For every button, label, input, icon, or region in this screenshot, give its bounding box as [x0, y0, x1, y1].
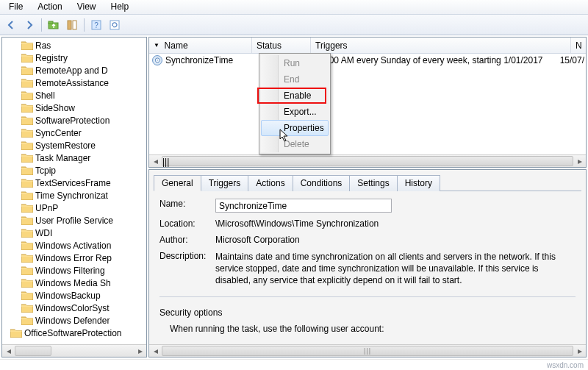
tree-item[interactable]: Windows Defender: [2, 314, 146, 327]
tree-item[interactable]: Windows Filtering: [2, 264, 146, 277]
detail-horizontal-scrollbar[interactable]: ◂ ||| ▸: [149, 344, 586, 357]
folder-icon: [21, 128, 33, 138]
tree-item-label: WDI: [35, 228, 52, 238]
folder-icon: [21, 103, 33, 113]
scrollbar-thumb[interactable]: [15, 346, 51, 356]
tree-item[interactable]: WindowsBackup: [2, 289, 146, 302]
forward-button[interactable]: [21, 17, 37, 33]
tree-item-label: SystemRestore: [35, 140, 96, 151]
tree-item[interactable]: TextServicesFrame: [2, 177, 146, 189]
scroll-left-icon[interactable]: ◂: [149, 155, 162, 167]
folder-icon: [21, 115, 33, 125]
value-author: Microsoft Corporation: [215, 235, 576, 245]
scroll-right-icon[interactable]: ▸: [573, 345, 586, 357]
menu-action[interactable]: Action: [32, 1, 68, 13]
folder-icon: [21, 166, 33, 175]
menu-file[interactable]: File: [3, 1, 29, 13]
tree-item[interactable]: WindowsColorSyst: [2, 302, 146, 314]
svg-text:?: ?: [94, 21, 98, 29]
toolbar-separator: [84, 18, 85, 32]
scroll-grip-icon: |||: [162, 157, 573, 167]
task-trigger: At 1:00 AM every Sunday of every week, s…: [311, 55, 555, 65]
tree-item[interactable]: RemoteApp and D: [2, 64, 146, 77]
tree-item[interactable]: OfficeSoftwareProtection: [2, 327, 146, 339]
tree-item[interactable]: Registry: [2, 51, 146, 64]
column-n[interactable]: N: [571, 38, 586, 53]
menu-help[interactable]: Help: [105, 1, 135, 13]
detail-tabs: General Triggers Actions Conditions Sett…: [149, 170, 586, 191]
tree-item[interactable]: Shell: [2, 89, 146, 102]
tree-item[interactable]: Time Synchronizat: [2, 189, 146, 202]
tree-item[interactable]: SoftwareProtection: [2, 114, 146, 127]
scroll-left-icon[interactable]: ◂: [2, 345, 15, 357]
column-status[interactable]: Status: [252, 38, 311, 53]
tree-item[interactable]: Windows Media Sh: [2, 277, 146, 289]
context-menu-end[interactable]: End: [261, 71, 329, 88]
task-list-horizontal-scrollbar[interactable]: ◂ ||| ▸: [149, 154, 586, 167]
tree-item[interactable]: UPnP: [2, 202, 146, 214]
tree-pane: RasRegistryRemoteApp and DRemoteAssistan…: [1, 37, 147, 357]
context-menu-delete[interactable]: Delete: [261, 136, 329, 152]
menu-view[interactable]: View: [71, 1, 102, 13]
scrollbar-thumb[interactable]: |||: [162, 156, 573, 166]
context-menu-properties[interactable]: Properties: [261, 120, 329, 136]
task-column-header: ▼ Name Status Triggers N: [149, 38, 586, 54]
tree-item[interactable]: WDI: [2, 227, 146, 239]
scroll-left-icon[interactable]: ◂: [149, 345, 162, 357]
footer-watermark: wsxdn.com: [0, 359, 588, 370]
column-triggers[interactable]: Triggers: [311, 38, 571, 53]
folder-icon: [21, 140, 33, 150]
tree-item-label: UPnP: [35, 203, 58, 213]
tree-item[interactable]: Windows Error Rep: [2, 252, 146, 264]
task-detail-panel: General Triggers Actions Conditions Sett…: [148, 169, 587, 357]
label-name: Name:: [159, 199, 215, 209]
tree-item[interactable]: SideShow: [2, 102, 146, 114]
scrollbar-thumb[interactable]: |||: [162, 346, 573, 356]
task-list-panel: ▼ Name Status Triggers N ⊙ SynchronizeTi…: [148, 37, 587, 168]
context-menu-export[interactable]: Export...: [261, 104, 329, 120]
tab-general[interactable]: General: [154, 175, 201, 191]
field-name[interactable]: [215, 199, 392, 213]
tree-item[interactable]: RemoteAssistance: [2, 77, 146, 89]
tree-item[interactable]: Ras: [2, 39, 146, 51]
back-button[interactable]: [3, 17, 19, 33]
tree-item[interactable]: Windows Activation: [2, 239, 146, 252]
tree-item[interactable]: Task Manager: [2, 152, 146, 164]
folder-icon: [21, 253, 33, 263]
tree-item[interactable]: User Profile Service: [2, 214, 146, 227]
svg-rect-3: [73, 21, 76, 29]
tab-history[interactable]: History: [397, 175, 440, 191]
tab-settings[interactable]: Settings: [349, 175, 397, 191]
tree-item[interactable]: SyncCenter: [2, 127, 146, 139]
folder-tree[interactable]: RasRegistryRemoteApp and DRemoteAssistan…: [2, 38, 146, 344]
label-description: Description:: [159, 251, 215, 261]
tree-item-label: TextServicesFrame: [35, 178, 111, 188]
tree-item-label: OfficeSoftwareProtection: [24, 328, 122, 338]
tab-triggers[interactable]: Triggers: [201, 175, 249, 191]
tree-item-label: Ras: [35, 40, 51, 51]
help-button[interactable]: ?: [88, 17, 104, 33]
task-row[interactable]: ⊙ SynchronizeTime At 1:00 AM every Sunda…: [149, 54, 586, 67]
up-folder-button[interactable]: [46, 17, 62, 33]
tree-horizontal-scrollbar[interactable]: ◂ ▸: [2, 344, 146, 357]
tab-actions[interactable]: Actions: [248, 175, 293, 191]
refresh-button[interactable]: [107, 17, 123, 33]
scroll-right-icon[interactable]: ▸: [134, 345, 146, 357]
scroll-grip-icon: |||: [364, 347, 371, 355]
tree-item-label: Shell: [35, 90, 55, 101]
label-author: Author:: [159, 235, 215, 245]
tab-conditions[interactable]: Conditions: [293, 175, 351, 191]
security-options-header: Security options: [159, 307, 576, 318]
tree-item[interactable]: SystemRestore: [2, 139, 146, 152]
context-menu-run[interactable]: Run: [261, 55, 329, 71]
context-menu-enable[interactable]: Enable: [261, 88, 329, 104]
folder-icon: [21, 178, 33, 188]
folder-icon: [21, 266, 33, 275]
tree-item-label: User Profile Service: [35, 216, 113, 226]
show-hide-tree-button[interactable]: [64, 17, 80, 33]
tree-item-label: Tcpip: [35, 166, 56, 176]
column-name[interactable]: ▼ Name: [149, 38, 252, 53]
tree-item[interactable]: Tcpip: [2, 164, 146, 177]
folder-icon: [21, 216, 33, 225]
scroll-right-icon[interactable]: ▸: [573, 155, 586, 167]
